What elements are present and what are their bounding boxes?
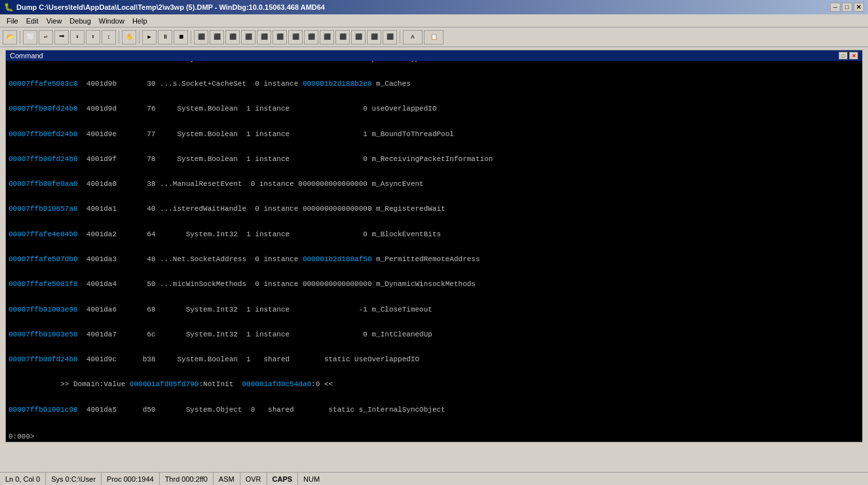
status-proc: Proc 000:1944	[102, 473, 160, 485]
menu-edit[interactable]: Edit	[22, 16, 43, 26]
toolbar-btn-16[interactable]: ⬛	[257, 30, 271, 45]
toolbar-btn-14[interactable]: ⬛	[225, 30, 240, 45]
command-window-title: Command	[10, 52, 43, 60]
menu-debug[interactable]: Debug	[66, 16, 94, 26]
toolbar-btn-7[interactable]: ↕	[102, 30, 116, 45]
mt-link-20[interactable]: 00007ffb010657a8	[9, 205, 78, 213]
status-num[interactable]: NUM	[298, 473, 325, 485]
mt-link-16[interactable]: 00007ffb00fd24b8	[9, 105, 78, 113]
maximize-button[interactable]: □	[842, 3, 852, 12]
toolbar-btn-20[interactable]: ⬛	[320, 30, 334, 45]
toolbar-sep-2	[119, 31, 119, 44]
status-bar: Ln 0, Col 0 Sys 0:C:\User Proc 000:1944 …	[0, 472, 868, 485]
toolbar-btn-24[interactable]: ⬛	[383, 30, 397, 45]
mt-link-25[interactable]: 00007ffb01003e58	[9, 331, 78, 338]
mt-link-22[interactable]: 00007ffafe507db0	[9, 255, 78, 263]
mt-link-15[interactable]: 00007ffafe5083c0	[9, 80, 78, 88]
toolbar-btn-23[interactable]: ⬛	[367, 30, 381, 45]
val-link-15[interactable]: 000001b2d188b2e8	[303, 80, 372, 88]
toolbar-btn-15[interactable]: ⬛	[241, 30, 255, 45]
toolbar-btn-13[interactable]: ⬛	[210, 30, 224, 45]
toolbar-btn-10[interactable]: ⏸	[158, 30, 172, 45]
status-ln-col: Ln 0, Col 0	[0, 473, 46, 485]
toolbar-btn-6[interactable]: ⬆	[86, 30, 100, 45]
menu-window[interactable]: Window	[95, 16, 128, 26]
domain-val-link-2[interactable]: 000001afd0c54da0	[242, 380, 311, 388]
status-ovr[interactable]: OVR	[240, 473, 267, 485]
menu-view[interactable]: View	[43, 16, 66, 26]
toolbar-btn-26[interactable]: 📋	[424, 30, 443, 45]
menu-help[interactable]: Help	[128, 16, 151, 26]
close-button[interactable]: ✕	[854, 3, 864, 12]
mt-link-23[interactable]: 00007ffafe5081f8	[9, 280, 78, 288]
status-asm[interactable]: ASM	[214, 473, 240, 485]
toolbar-sep-1	[20, 31, 20, 44]
mt-link-17[interactable]: 00007ffb00fd24b8	[9, 130, 78, 138]
toolbar-btn-21[interactable]: ⬛	[335, 30, 350, 45]
toolbar-btn-2[interactable]: ⬜	[23, 30, 37, 45]
toolbar-btn-1[interactable]: 📂	[3, 30, 17, 45]
title-bar: 🐛 Dump C:\Users\teld\AppData\Local\Temp\…	[0, 0, 868, 14]
toolbar-btn-5[interactable]: ⬇	[70, 30, 85, 45]
toolbar-btn-9[interactable]: ▶	[142, 30, 157, 45]
toolbar: 📂 ⬜ ↩ ⮕ ⬇ ⬆ ↕ ✋ ▶ ⏸ ⏹ ⬛ ⬛ ⬛ ⬛ ⬛ ⬛ ⬛ ⬛ ⬛ …	[0, 27, 868, 47]
domain-val-link-1[interactable]: 000001afd05fd790	[130, 380, 199, 388]
status-caps[interactable]: CAPS	[267, 473, 299, 485]
status-sys: Sys 0:C:\User	[46, 473, 102, 485]
toolbar-btn-8[interactable]: ✋	[122, 30, 136, 45]
toolbar-btn-3[interactable]: ↩	[39, 30, 53, 45]
menu-file[interactable]: File	[3, 16, 22, 26]
command-maximize-btn[interactable]: □	[839, 52, 848, 60]
menu-bar: File Edit View Debug Window Help	[0, 14, 868, 27]
toolbar-btn-17[interactable]: ⬛	[273, 30, 287, 45]
minimize-button[interactable]: ─	[830, 3, 840, 12]
mt-link-24[interactable]: 00007ffb01003e98	[9, 306, 78, 314]
toolbar-btn-12[interactable]: ⬛	[194, 30, 208, 45]
mt-link-21[interactable]: 00007ffafe4e84b0	[9, 230, 78, 238]
command-close-btn[interactable]: ✕	[849, 52, 858, 60]
command-output[interactable]: 000001b1d2e8f070 2.6MB 000001b1d312ed30 …	[6, 61, 862, 431]
status-thrd: Thrd 000:2ff0	[160, 473, 214, 485]
command-input-area: 0:000>	[6, 431, 862, 442]
command-window: Command □ ✕ 000001b1d2e8f070 2.6MB 00000…	[5, 50, 863, 442]
command-input[interactable]	[39, 433, 859, 440]
toolbar-btn-18[interactable]: ⬛	[288, 30, 303, 45]
mt-link-26[interactable]: 00007ffb00fd24b8	[9, 355, 78, 363]
command-prompt: 0:000>	[9, 433, 39, 440]
val-link-22[interactable]: 000001b2d188af50	[303, 255, 372, 263]
mt-link-27[interactable]: 00007ffb01001c98	[9, 406, 78, 414]
title-bar-controls: ─ □ ✕	[830, 3, 864, 12]
toolbar-btn-19[interactable]: ⬛	[304, 30, 318, 45]
toolbar-sep-4	[191, 31, 191, 44]
command-title-controls: □ ✕	[839, 52, 858, 60]
mt-link-19[interactable]: 00007ffb00fe0aa0	[9, 180, 78, 188]
toolbar-btn-22[interactable]: ⬛	[351, 30, 366, 45]
toolbar-btn-25[interactable]: A	[403, 30, 423, 45]
mt-link-14[interactable]: 00007ffafe4d3108	[9, 61, 78, 63]
window-title: Dump C:\Users\teld\AppData\Local\Temp\2\…	[16, 3, 325, 11]
toolbar-btn-11[interactable]: ⏹	[174, 30, 188, 45]
app-icon: 🐛	[4, 3, 14, 12]
mt-link-18[interactable]: 00007ffb00fd24b8	[9, 155, 78, 163]
toolbar-sep-3	[139, 31, 140, 44]
command-title-bar: Command □ ✕	[6, 50, 862, 61]
main-area: Command □ ✕ 000001b1d2e8f070 2.6MB 00000…	[3, 50, 865, 456]
toolbar-btn-4[interactable]: ⮕	[54, 30, 69, 45]
toolbar-sep-5	[400, 31, 400, 44]
